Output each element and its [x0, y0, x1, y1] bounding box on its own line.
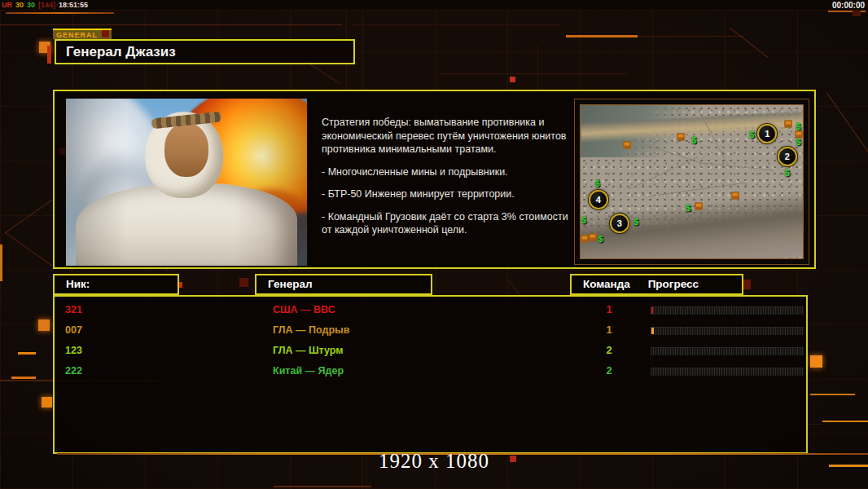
map-oil-derrick-icon [695, 203, 702, 210]
map-supply-icon: $ [633, 217, 638, 226]
player-progress-bar [651, 368, 804, 376]
player-nick: 321 [65, 304, 82, 315]
map-start-position-marker: 4 [589, 190, 608, 209]
deco-square [810, 355, 822, 368]
header-team-label: Команда [583, 278, 630, 290]
deco-line [274, 486, 371, 487]
player-team: 1 [597, 303, 621, 315]
deco-square [38, 319, 50, 331]
status-segment: 30 [15, 1, 24, 9]
map-supply-icon: $ [796, 138, 800, 147]
strategy-paragraph: - Многочисленные мины и подрывники. [322, 165, 570, 179]
status-segment: 18:51:55 [59, 1, 88, 9]
resolution-label: 1920 x 1080 [0, 450, 868, 473]
header-nick-label: Ник: [66, 278, 90, 290]
player-team: 2 [597, 344, 621, 356]
gentool-status: UR3030[144]18:51:55 [2, 1, 91, 9]
deco-line [826, 92, 868, 152]
player-row: 222 Китай — Ядер 2 [55, 362, 806, 382]
player-progress-bar [651, 347, 804, 355]
map-oil-derrick-icon [731, 192, 739, 199]
player-progress-bar [651, 327, 804, 335]
deco-dash [6, 12, 114, 14]
player-progress-fill [651, 328, 654, 334]
map-supply-icon: $ [796, 122, 800, 131]
deco-dash [828, 11, 866, 12]
map-road [703, 163, 774, 171]
deco-dash [18, 352, 36, 355]
deco-line [440, 73, 627, 74]
map-start-position-marker: 1 [757, 124, 777, 143]
map-supply-icon: $ [598, 234, 603, 243]
player-nick: 007 [65, 324, 82, 336]
map-start-position-marker: 2 [778, 147, 797, 166]
map-oil-derrick-icon [795, 130, 802, 138]
map-supply-icon: $ [691, 136, 696, 145]
deco-line [566, 35, 638, 37]
deco-square [47, 46, 51, 64]
player-row: 007 ГЛА — Подрыв 1 [55, 321, 806, 341]
header-general: Генерал [255, 274, 432, 295]
deco-line [350, 24, 562, 25]
deco-line [0, 24, 342, 25]
match-timer: 00:00:00 [832, 1, 865, 10]
player-general: США — ВВС [273, 304, 335, 315]
player-nick: 222 [65, 365, 82, 377]
header-team-progress: Команда Прогресс [570, 274, 743, 295]
map-supply-icon: $ [686, 203, 690, 212]
general-name-box: Генерал Джазиз [55, 39, 355, 64]
strategy-paragraph: - Командный Грузовик даёт со старта 3% с… [322, 210, 570, 237]
header-nick: Ник: [53, 274, 179, 295]
player-general: ГЛА — Штурм [273, 345, 344, 356]
player-progress-fill [651, 307, 653, 314]
deco-line [5, 200, 52, 233]
map-oil-derrick-icon [677, 134, 684, 141]
map-start-position-marker: 3 [610, 214, 629, 233]
map-supply-icon: $ [581, 216, 586, 225]
deco-line [638, 36, 743, 37]
player-team: 2 [597, 364, 621, 377]
general-portrait [65, 98, 308, 267]
general-info-panel: Стратегия победы: выматывание противника… [53, 90, 816, 269]
strategy-paragraph: - БТР-50 Инженер минирует территории. [322, 187, 570, 201]
map-oil-derrick-icon [624, 141, 631, 148]
header-progress-label: Прогресс [648, 278, 699, 290]
player-team: 1 [597, 324, 621, 336]
status-segment: 30 [27, 1, 35, 9]
player-general: Китай — Ядер [273, 365, 344, 377]
general-name: Генерал Джазиз [66, 44, 176, 59]
map-supply-icon: $ [785, 168, 790, 177]
player-row: 321 США — ВВС 1 [55, 301, 806, 321]
map-road [629, 156, 698, 189]
deco-line [5, 232, 52, 266]
deco-square [39, 42, 50, 53]
map-supply-icon: $ [594, 178, 599, 187]
deco-dash [11, 377, 36, 379]
minimap-panel: 1234$$$$$$$$$$ [574, 99, 809, 265]
map-oil-derrick-icon [581, 235, 589, 242]
players-table: 321 США — ВВС 1 007 ГЛА — Подрыв 1 123 Г… [53, 295, 808, 454]
portrait-shading [66, 99, 307, 266]
strategy-text: Стратегия победы: выматывание противника… [322, 116, 570, 246]
map-supply-icon: $ [749, 130, 754, 139]
deco-square [239, 278, 248, 287]
player-nick: 123 [65, 345, 82, 356]
player-row: 123 ГЛА — Штурм 2 [55, 341, 806, 362]
header-general-label: Генерал [268, 278, 312, 290]
deco-line [822, 421, 868, 422]
deco-vline [0, 244, 2, 281]
general-tab: GENERAL [53, 29, 112, 39]
deco-square [510, 77, 515, 82]
strategy-paragraph: Стратегия победы: выматывание противника… [322, 116, 570, 156]
general-tab-label: GENERAL [56, 31, 98, 39]
minimap: 1234$$$$$$$$$$ [580, 104, 804, 259]
top-status-bar: UR3030[144]18:51:55 00:00:00 [0, 0, 868, 11]
loading-screen: UR3030[144]18:51:55 00:00:00 GENERAL Ген… [0, 0, 868, 489]
deco-line [810, 394, 855, 395]
status-segment: UR [2, 1, 12, 9]
map-oil-derrick-icon [785, 120, 792, 127]
deco-line [730, 28, 769, 59]
map-oil-derrick-icon [590, 233, 597, 240]
status-segment: [144] [38, 1, 55, 9]
player-progress-bar [651, 306, 804, 315]
